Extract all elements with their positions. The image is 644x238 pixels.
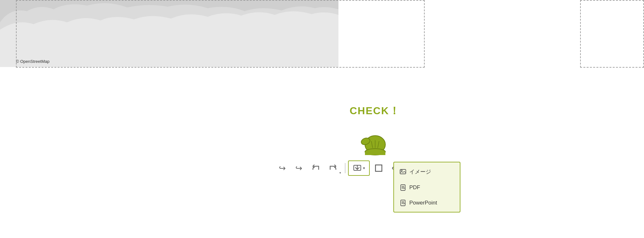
undo2-button[interactable] <box>308 160 323 176</box>
redo2-icon <box>328 163 338 173</box>
export-dropdown-menu: イメージ PDF PowerPoint <box>393 162 460 212</box>
export-ppt-item[interactable]: PowerPoint <box>394 195 460 211</box>
svg-rect-24 <box>401 200 405 206</box>
toolbar-separator <box>345 163 345 173</box>
export-dropdown-arrow: ▾ <box>363 166 365 170</box>
hand-pointer-icon <box>356 121 394 159</box>
image-icon <box>400 169 406 175</box>
map-area <box>0 0 338 67</box>
pdf-icon <box>400 184 406 191</box>
redo2-button[interactable]: ▾ <box>324 160 342 176</box>
page-indicator-box <box>580 0 644 68</box>
export-ppt-label: PowerPoint <box>409 200 437 206</box>
export-pdf-label: PDF <box>409 184 420 191</box>
map-silhouette <box>0 0 338 67</box>
export-button[interactable]: ▾ <box>348 160 370 176</box>
export-pdf-item[interactable]: PDF <box>394 180 460 195</box>
svg-rect-5 <box>375 165 382 171</box>
svg-rect-18 <box>400 169 406 174</box>
check-text: CHECK！ <box>350 104 400 118</box>
powerpoint-icon <box>400 200 406 206</box>
map-attribution: © OpenStreetMap <box>16 59 49 64</box>
undo-button[interactable]: ↩ <box>275 160 290 176</box>
export-image-item[interactable]: イメージ <box>394 164 460 180</box>
frame-icon <box>374 164 383 173</box>
svg-point-19 <box>401 170 402 171</box>
redo2-dropdown-arrow: ▾ <box>339 171 341 175</box>
undo2-icon <box>310 163 321 173</box>
export-image-label: イメージ <box>409 168 431 175</box>
svg-rect-20 <box>401 185 405 190</box>
check-annotation: CHECK！ <box>350 104 400 159</box>
export-icon <box>353 164 362 172</box>
frame-button[interactable] <box>371 160 386 176</box>
redo-button[interactable]: ↪ <box>291 160 307 176</box>
svg-rect-17 <box>365 152 385 155</box>
